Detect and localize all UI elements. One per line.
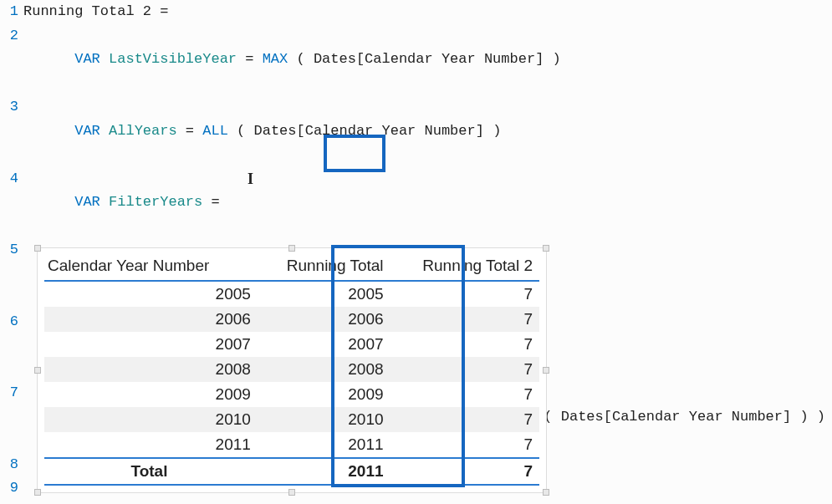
- line-number: 4: [0, 167, 23, 191]
- total-label: Total: [44, 458, 258, 485]
- keyword-var: VAR: [74, 194, 100, 210]
- resize-handle[interactable]: [288, 245, 295, 252]
- cell-rt: 2011: [258, 432, 390, 458]
- cell-rt: 2005: [258, 281, 390, 307]
- var-lastvisibleyear: LastVisibleYear: [109, 51, 237, 67]
- table-row[interactable]: 200820087: [44, 357, 539, 382]
- cell-rt: 2010: [258, 407, 390, 432]
- resize-handle[interactable]: [543, 367, 549, 374]
- cell-rt2: 7: [390, 407, 539, 432]
- code-line-3[interactable]: 3 VAR AllYears = ALL ( Dates[Calendar Ye…: [0, 95, 832, 167]
- table-total-row[interactable]: Total 2011 7: [44, 458, 539, 485]
- table-header-row: Calendar Year Number Running Total Runni…: [44, 253, 539, 281]
- resize-handle[interactable]: [34, 367, 41, 374]
- cell-year: 2011: [44, 432, 258, 458]
- line-number: 3: [0, 95, 23, 120]
- cell-year: 2009: [44, 382, 258, 407]
- result-table-visual[interactable]: Calendar Year Number Running Total Runni…: [37, 247, 547, 493]
- table-row[interactable]: 200520057: [44, 281, 539, 307]
- resize-handle[interactable]: [543, 245, 549, 252]
- fn-max: MAX: [263, 51, 288, 67]
- table-row[interactable]: 200720077: [44, 332, 539, 357]
- text-cursor-icon: I: [248, 171, 253, 188]
- code-line-4[interactable]: 4 VAR FilterYears =: [0, 167, 832, 239]
- col-header-year[interactable]: Calendar Year Number: [44, 253, 258, 281]
- cell-year: 2005: [44, 281, 258, 307]
- resize-handle[interactable]: [288, 489, 295, 496]
- cell-rt2: 7: [390, 432, 539, 458]
- keyword-var: VAR: [74, 51, 100, 67]
- line-number: 2: [0, 24, 23, 48]
- code-text: Running Total 2 =: [23, 0, 177, 24]
- var-allyears: AllYears: [109, 123, 177, 139]
- resize-handle[interactable]: [34, 489, 41, 496]
- data-table: Calendar Year Number Running Total Runni…: [44, 253, 539, 486]
- cell-rt: 2006: [258, 307, 390, 332]
- fn-all: ALL: [202, 123, 228, 139]
- line-number: 7: [0, 381, 23, 405]
- table-row[interactable]: 201120117: [44, 432, 539, 458]
- line-number: 6: [0, 310, 23, 334]
- code-line-2[interactable]: 2 VAR LastVisibleYear = MAX ( Dates[Cale…: [0, 24, 832, 96]
- code-line-1[interactable]: 1 Running Total 2 =: [0, 0, 832, 24]
- cell-rt2: 7: [390, 382, 539, 407]
- cell-rt: 2007: [258, 332, 390, 357]
- cell-rt2: 7: [390, 357, 539, 382]
- resize-handle[interactable]: [34, 245, 41, 252]
- resize-handle[interactable]: [543, 489, 549, 496]
- cell-rt: 2008: [258, 357, 390, 382]
- cell-year: 2006: [44, 307, 258, 332]
- total-rt2: 7: [390, 458, 539, 485]
- line-number: 9: [0, 476, 23, 501]
- cell-rt2: 7: [390, 332, 539, 357]
- cell-rt2: 7: [390, 281, 539, 307]
- line-number: 1: [0, 0, 23, 24]
- line-number: 8: [0, 453, 23, 477]
- table-row[interactable]: 200620067: [44, 307, 539, 332]
- var-filteryears: FilterYears: [109, 194, 202, 210]
- cell-year: 2010: [44, 407, 258, 432]
- cell-rt: 2009: [258, 382, 390, 407]
- table-row[interactable]: 200920097: [44, 382, 539, 407]
- keyword-var: VAR: [74, 123, 100, 139]
- cell-year: 2008: [44, 357, 258, 382]
- cell-rt2: 7: [390, 307, 539, 332]
- line-number: 5: [0, 238, 23, 262]
- col-header-running-total[interactable]: Running Total: [258, 253, 390, 281]
- total-rt: 2011: [258, 458, 390, 485]
- col-header-running-total-2[interactable]: Running Total 2: [390, 253, 539, 281]
- table-row[interactable]: 201020107: [44, 407, 539, 432]
- cell-year: 2007: [44, 332, 258, 357]
